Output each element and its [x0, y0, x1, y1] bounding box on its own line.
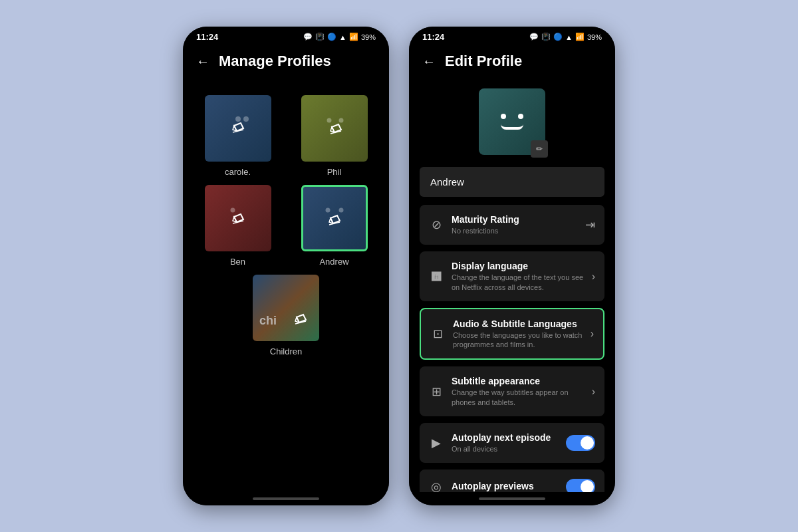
right-whatsapp-icon: 💬: [529, 33, 539, 41]
profile-name-children: Children: [270, 346, 302, 356]
profile-name-input[interactable]: [420, 167, 604, 197]
autoplay-next-icon: ▶: [429, 436, 444, 450]
settings-item-audio-subtitle[interactable]: ⊡ Audio & Subtitle Languages Choose the …: [420, 308, 604, 360]
profile-avatar-andrew[interactable]: [301, 185, 368, 251]
right-phone: 11:24 💬 📳 🔵 ▲ 📶 39% ← Edit Profile: [409, 27, 615, 505]
profile-item-ben[interactable]: Ben: [194, 185, 282, 267]
smiley-eyes: [501, 114, 523, 119]
vibrate-icon: 📳: [315, 33, 325, 41]
right-signal-icon: 📶: [575, 33, 585, 41]
left-status-icons: 💬 📳 🔵 ▲ 📶 39%: [303, 33, 376, 41]
subtitle-appearance-title: Subtitle appearance: [452, 376, 584, 386]
left-phone: 11:24 💬 📳 🔵 ▲ 📶 39% ← Manage Profiles: [183, 27, 389, 505]
avatar-section: ✏: [420, 88, 604, 155]
profile-item-andrew[interactable]: Andrew: [290, 185, 378, 267]
svg-point-0: [235, 116, 241, 122]
settings-item-autoplay-next[interactable]: ▶ Autoplay next episode On all devices: [420, 423, 604, 463]
pencil-icon-phil: [319, 112, 350, 144]
maturity-action-icon: ⇥: [585, 217, 595, 232]
signal-icon: 📶: [349, 33, 358, 41]
smiley-face: [501, 114, 523, 130]
right-page-title: Edit Profile: [445, 53, 522, 70]
left-page-title: Manage Profiles: [219, 53, 331, 70]
right-bluetooth-icon: 🔵: [553, 33, 563, 41]
maturity-content: Maturity Rating No restrictions: [452, 214, 577, 235]
smiley-eye-right: [518, 114, 523, 119]
autoplay-next-toggle[interactable]: [566, 435, 595, 451]
right-status-icons: 💬 📳 🔵 ▲ 📶 39%: [529, 33, 602, 41]
autoplay-next-subtitle: On all devices: [452, 444, 558, 454]
display-language-content: Display language Change the language of …: [452, 261, 584, 292]
autoplay-previews-title: Autoplay previews: [452, 481, 558, 491]
autoplay-previews-content: Autoplay previews: [452, 481, 558, 492]
autoplay-previews-toggle[interactable]: [566, 479, 595, 492]
battery-text: 39%: [361, 33, 376, 41]
audio-subtitle-icon: ⊡: [430, 327, 445, 341]
profiles-grid: carole. Phil: [194, 95, 378, 267]
maturity-title: Maturity Rating: [452, 214, 577, 225]
right-home-bar: [479, 497, 545, 500]
right-home-indicator: [409, 492, 615, 505]
right-header: ← Edit Profile: [409, 45, 615, 78]
settings-item-subtitle-appearance[interactable]: ⊞ Subtitle appearance Change the way sub…: [420, 366, 604, 416]
settings-item-display-language[interactable]: 🅰 Display language Change the language o…: [420, 251, 604, 301]
autoplay-next-title: Autoplay next episode: [452, 432, 558, 443]
profile-name-ben: Ben: [230, 257, 245, 267]
subtitle-appearance-subtitle: Change the way subtitles appear on phone…: [452, 388, 584, 407]
language-icon: 🅰: [429, 271, 444, 282]
left-back-button[interactable]: ←: [196, 54, 209, 69]
pencil-small-icon: ✏: [536, 144, 543, 154]
pencil-icon-carole: [222, 112, 254, 144]
svg-point-3: [327, 118, 331, 123]
edit-profile-content: ✏ ⊘ Maturity Rating No restrictions ⇥ 🅰 …: [409, 78, 615, 492]
right-vibrate-icon: 📳: [541, 33, 551, 41]
wifi-icon: ▲: [339, 33, 346, 41]
maturity-subtitle: No restrictions: [452, 226, 577, 235]
settings-item-maturity[interactable]: ⊘ Maturity Rating No restrictions ⇥: [420, 205, 604, 245]
whatsapp-icon: 💬: [303, 33, 313, 41]
audio-subtitle-chevron: ›: [591, 328, 594, 340]
smiley-eye-left: [501, 114, 506, 119]
bluetooth-icon: 🔵: [327, 33, 336, 41]
display-language-subtitle: Change the language of the text you see …: [452, 273, 584, 292]
autoplay-previews-icon: ◎: [429, 479, 444, 492]
profile-name-carole: carole.: [225, 167, 251, 177]
profile-item-carole[interactable]: carole.: [194, 95, 282, 177]
svg-point-6: [230, 208, 235, 213]
autoplay-next-content: Autoplay next episode On all devices: [452, 432, 558, 454]
subtitle-appearance-icon: ⊞: [429, 384, 444, 399]
profile-name-phil: Phil: [327, 167, 342, 177]
profile-item-children[interactable]: chi Children: [253, 275, 319, 356]
svg-point-1: [243, 116, 249, 122]
edit-avatar-button[interactable]: ✏: [531, 140, 548, 158]
profile-avatar-carole[interactable]: [205, 95, 271, 162]
left-home-bar: [253, 497, 319, 500]
pencil-icon-ben: [222, 202, 254, 234]
profile-avatar-children[interactable]: chi: [253, 275, 319, 341]
profile-name-andrew: Andrew: [319, 257, 348, 267]
subtitle-appearance-content: Subtitle appearance Change the way subti…: [452, 376, 584, 407]
left-status-time: 11:24: [196, 32, 218, 42]
audio-subtitle-content: Audio & Subtitle Languages Choose the la…: [453, 319, 583, 350]
right-battery-text: 39%: [587, 33, 602, 41]
profile-avatar-ben[interactable]: [205, 185, 271, 251]
edit-avatar-container[interactable]: ✏: [479, 88, 545, 155]
svg-point-8: [325, 208, 330, 213]
children-text-overlay: chi: [259, 314, 277, 328]
left-header: ← Manage Profiles: [183, 45, 389, 78]
right-status-bar: 11:24 💬 📳 🔵 ▲ 📶 39%: [409, 27, 615, 45]
right-wifi-icon: ▲: [565, 33, 573, 41]
profile-avatar-phil[interactable]: [301, 95, 368, 162]
right-status-time: 11:24: [422, 32, 444, 42]
left-home-indicator: [183, 492, 389, 505]
right-back-button[interactable]: ←: [422, 54, 436, 69]
profile-item-phil[interactable]: Phil: [290, 95, 378, 177]
subtitle-appearance-chevron: ›: [592, 386, 595, 398]
svg-point-4: [338, 118, 343, 123]
audio-subtitle-subtitle: Choose the languages you like to watch p…: [453, 331, 583, 350]
maturity-icon: ⊘: [429, 217, 444, 232]
pencil-icon-andrew: [317, 201, 352, 235]
settings-item-autoplay-previews[interactable]: ◎ Autoplay previews: [420, 469, 604, 492]
display-language-chevron: ›: [592, 271, 595, 283]
display-language-title: Display language: [452, 261, 584, 271]
